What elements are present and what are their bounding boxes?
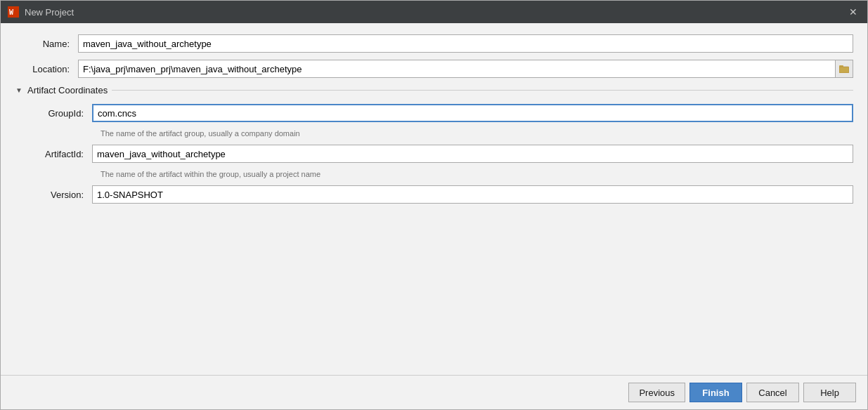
finish-button[interactable]: Finish xyxy=(689,383,742,402)
artifactid-row: ArtifactId: xyxy=(29,145,853,163)
artifactid-input[interactable] xyxy=(92,145,853,163)
title-bar: W New Project ✕ xyxy=(1,1,867,23)
location-row: Location: xyxy=(15,60,853,78)
location-label: Location: xyxy=(15,64,78,74)
location-input[interactable] xyxy=(78,60,836,78)
dialog-footer: Previous Finish Cancel Help xyxy=(1,375,867,409)
name-input[interactable] xyxy=(78,34,853,53)
new-project-dialog: W New Project ✕ Name: Location: xyxy=(0,0,868,410)
folder-icon xyxy=(839,65,849,73)
groupid-label: GroupId: xyxy=(29,108,92,119)
section-divider xyxy=(112,90,853,91)
artifactid-hint: The name of the artifact within the grou… xyxy=(101,170,853,178)
groupid-row: GroupId: xyxy=(29,104,853,122)
name-label: Name: xyxy=(15,39,78,49)
artifactid-label: ArtifactId: xyxy=(29,149,92,159)
browse-folder-button[interactable] xyxy=(835,60,853,78)
groupid-hint: The name of the artifact group, usually … xyxy=(101,129,853,138)
previous-button[interactable]: Previous xyxy=(628,383,685,402)
artifact-section: GroupId: The name of the artifact group,… xyxy=(15,104,853,204)
dialog-content: Name: Location: ▼ Artifact Coordinates xyxy=(1,23,867,375)
location-wrapper xyxy=(78,60,853,78)
version-input[interactable] xyxy=(92,185,853,204)
cancel-button[interactable]: Cancel xyxy=(746,383,799,402)
close-button[interactable]: ✕ xyxy=(846,5,860,19)
app-icon: W xyxy=(8,6,19,18)
svg-rect-2 xyxy=(839,67,849,73)
version-label: Version: xyxy=(29,190,92,200)
svg-rect-3 xyxy=(839,65,843,67)
title-bar-left: W New Project xyxy=(8,6,74,18)
section-toggle-icon[interactable]: ▼ xyxy=(15,86,23,95)
svg-text:W: W xyxy=(9,8,14,16)
section-title: Artifact Coordinates xyxy=(27,85,108,95)
artifact-coordinates-header: ▼ Artifact Coordinates xyxy=(15,85,853,95)
help-button[interactable]: Help xyxy=(803,383,856,402)
version-row: Version: xyxy=(29,185,853,204)
groupid-input[interactable] xyxy=(92,104,853,122)
name-row: Name: xyxy=(15,34,853,53)
dialog-title: New Project xyxy=(25,7,74,18)
